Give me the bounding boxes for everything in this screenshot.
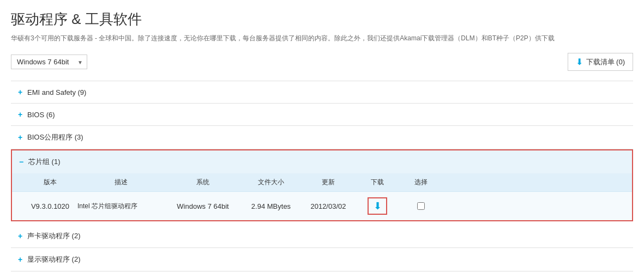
category-bios: + BIOS (6) [11, 104, 633, 126]
col-header-description: 描述 [77, 178, 165, 187]
download-list-button[interactable]: ⬇ 下载清单 (0) [568, 53, 634, 71]
expand-icon-audio: + [16, 232, 24, 240]
cell-checkbox [399, 202, 443, 210]
col-header-system: 系统 [165, 178, 241, 187]
page-subtitle: 华硕有3个可用的下载服务器 - 全球和中国。除了连接速度，无论你在哪里下载，每台… [11, 33, 633, 43]
category-header-emi-safety[interactable]: + EMI and Safety (9) [11, 81, 633, 103]
category-emi-safety: + EMI and Safety (9) [11, 81, 633, 104]
col-header-update: 更新 [301, 178, 356, 187]
category-label-audio: 声卡驱动程序 (2) [27, 231, 81, 241]
cell-version: V9.3.0.1020 [23, 202, 77, 210]
cell-download: ⬇ [356, 197, 399, 215]
col-header-version: 版本 [23, 178, 77, 187]
expand-icon-chipset: − [17, 158, 25, 166]
category-header-audio[interactable]: + 声卡驱动程序 (2) [11, 225, 633, 247]
table-header-row: 版本 描述 系统 文件大小 更新 下载 选择 [12, 173, 632, 192]
download-list-label: 下载清单 (0) [586, 57, 625, 67]
cell-date: 2012/03/02 [301, 202, 356, 210]
download-icon: ⬇ [374, 200, 382, 212]
download-button[interactable]: ⬇ [368, 197, 387, 215]
select-checkbox[interactable] [417, 202, 425, 210]
cell-size: 2.94 MBytes [241, 202, 301, 210]
chipset-table: 版本 描述 系统 文件大小 更新 下载 选择 V9.3.0.1020 Intel… [12, 173, 632, 220]
category-header-bios-utility[interactable]: + BIOS公用程序 (3) [11, 126, 633, 149]
expand-icon-display: + [16, 255, 24, 264]
category-header-bios[interactable]: + BIOS (6) [11, 104, 633, 125]
os-select[interactable]: Windows 7 64bit Windows 7 32bit Windows … [11, 55, 87, 69]
category-bios-utility: + BIOS公用程序 (3) [11, 126, 633, 149]
category-header-chipset[interactable]: − 芯片组 (1) [12, 150, 632, 173]
category-label-emi-safety: EMI and Safety (9) [27, 88, 86, 96]
category-chipset: − 芯片组 (1) 版本 描述 系统 文件大小 更新 下载 选择 V9.3.0.… [11, 149, 633, 221]
category-display: + 显示驱动程序 (2) [11, 248, 633, 271]
category-label-bios: BIOS (6) [27, 111, 55, 119]
download-list-icon: ⬇ [576, 57, 583, 67]
col-header-download: 下载 [356, 178, 399, 187]
toolbar: Windows 7 64bit Windows 7 32bit Windows … [11, 53, 633, 71]
cell-system: Windows 7 64bit [165, 202, 241, 210]
os-select-wrapper: Windows 7 64bit Windows 7 32bit Windows … [11, 55, 87, 69]
page-wrapper: 驱动程序 & 工具软件 华硕有3个可用的下载服务器 - 全球和中国。除了连接速度… [0, 0, 644, 278]
expand-icon-bios-utility: + [16, 133, 24, 142]
category-header-display[interactable]: + 显示驱动程序 (2) [11, 248, 633, 271]
category-label-display: 显示驱动程序 (2) [27, 255, 81, 264]
cell-description: Intel 芯片组驱动程序 [77, 202, 165, 211]
page-title: 驱动程序 & 工具软件 [11, 10, 633, 29]
table-row: V9.3.0.1020 Intel 芯片组驱动程序 Windows 7 64bi… [12, 192, 632, 220]
category-label-bios-utility: BIOS公用程序 (3) [27, 132, 83, 142]
category-audio: + 声卡驱动程序 (2) [11, 225, 633, 248]
expand-icon-bios: + [16, 110, 24, 119]
category-label-chipset: 芯片组 (1) [28, 157, 61, 167]
col-header-size: 文件大小 [241, 178, 301, 187]
expand-icon-emi-safety: + [16, 88, 24, 96]
col-header-select: 选择 [399, 178, 443, 187]
